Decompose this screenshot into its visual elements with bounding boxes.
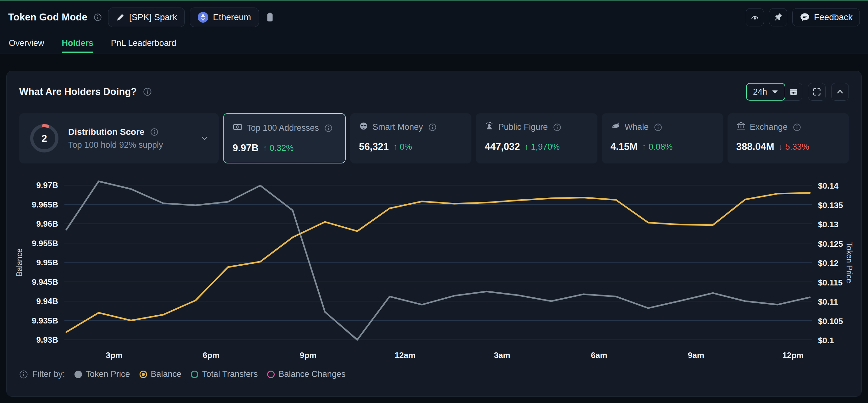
tabbar: OverviewHoldersPnL Leaderboard [0, 33, 868, 54]
legend-item-label: Total Transfers [202, 369, 258, 379]
stat-card-header: Exchange [736, 121, 840, 133]
app-header: Token God Mode [SPK] Spark Ethereum Feed… [0, 0, 868, 33]
public-figure-icon [485, 121, 494, 133]
stat-card-info[interactable] [653, 123, 663, 131]
x-axis-tick: 6am [591, 350, 607, 360]
banknote-icon [232, 122, 243, 132]
fullscreen-button[interactable] [808, 83, 826, 101]
stat-card-exchange[interactable]: Exchange388.04M↓ 5.33% [727, 113, 849, 163]
smart-money-icon [359, 121, 368, 131]
info-icon [94, 13, 102, 21]
distribution-score-card[interactable]: 2 Distribution Score Top 100 hold 92% su… [19, 113, 219, 163]
token-selector-pill[interactable]: [SPK] Spark [108, 7, 185, 27]
calendar-icon [789, 87, 798, 96]
holders-activity-panel: What Are Holders Doing? 24h [6, 71, 862, 397]
stat-card-header: Top 100 Addresses [232, 122, 336, 134]
chain-selector-pill[interactable]: Ethereum [190, 7, 259, 27]
distribution-info[interactable] [149, 128, 160, 136]
tab-pnl-leaderboard[interactable]: PnL Leaderboard [111, 33, 176, 53]
timeframe-dropdown[interactable]: 24h [746, 83, 785, 101]
stat-card-public-figure[interactable]: Public Figure447,032↑ 1,970% [476, 113, 597, 163]
legend-swatch-dot [142, 373, 145, 376]
panel-title-info[interactable] [142, 87, 153, 96]
chat-icon [800, 12, 810, 23]
tab-overview[interactable]: Overview [9, 33, 44, 53]
smart-money-icon [359, 121, 368, 133]
stat-card-info[interactable] [427, 123, 438, 131]
x-axis-tick: 12am [395, 350, 416, 360]
watch-button[interactable] [746, 8, 764, 26]
stat-card-info[interactable] [792, 123, 802, 131]
info-icon [150, 128, 158, 136]
fullscreen-icon [812, 87, 822, 96]
collapse-panel-button[interactable] [831, 83, 849, 101]
whale-icon [611, 121, 621, 133]
stat-card-info[interactable] [552, 123, 562, 131]
stat-card-title: Whale [625, 122, 649, 132]
pin-button[interactable] [769, 8, 787, 26]
legend-item-balance-changes[interactable]: Balance Changes [267, 369, 345, 379]
distribution-score-title: Distribution Score [68, 127, 145, 137]
feedback-button[interactable]: Feedback [792, 8, 860, 26]
stat-card-value: 9.97B [232, 143, 259, 154]
stat-card-change: ↑ 0.08% [642, 142, 673, 152]
stat-card-value-row: 447,032↑ 1,970% [485, 141, 588, 152]
legend-item-label: Token Price [86, 369, 130, 379]
x-axis-tick: 3am [494, 350, 510, 360]
stat-card-change: ↑ 0% [393, 142, 412, 152]
distribution-score-value: 2 [29, 123, 60, 154]
x-axis-tick: 12pm [782, 350, 804, 360]
page-title-info-icon[interactable] [92, 13, 103, 21]
distribution-gauge: 2 [29, 123, 60, 154]
stat-card-value: 56,321 [359, 141, 389, 152]
legend-item-label: Balance Changes [278, 369, 345, 379]
x-axis-tick: 3pm [106, 350, 123, 360]
banknote-icon [232, 122, 243, 134]
stat-card-change: ↑ 0.32% [263, 143, 294, 153]
exchange-icon [736, 121, 746, 131]
copy-address-button[interactable] [264, 12, 276, 23]
stat-card-smart-money[interactable]: Smart Money56,321↑ 0% [350, 113, 471, 163]
stat-card-value: 447,032 [485, 141, 520, 152]
info-icon [324, 124, 333, 132]
stat-card-value: 4.15M [611, 141, 638, 152]
timeframe-control: 24h [746, 83, 802, 101]
stat-card-value-row: 9.97B↑ 0.32% [232, 143, 336, 154]
info-icon [793, 123, 801, 131]
timeframe-value: 24h [753, 87, 767, 97]
legend-swatch-total-transfers [191, 371, 198, 378]
stat-card-top-100-addresses[interactable]: Top 100 Addresses9.97B↑ 0.32% [223, 113, 346, 163]
chain-pill-label: Ethereum [213, 12, 251, 22]
x-axis-tick: 9am [688, 350, 704, 360]
legend-item-balance[interactable]: Balance [140, 369, 182, 379]
whale-icon [611, 121, 621, 131]
chart-legend: Filter by: Token PriceBalanceTotal Trans… [19, 369, 849, 379]
pencil-icon [116, 13, 125, 22]
stat-card-title: Top 100 Addresses [247, 123, 319, 133]
legend-item-total-transfers[interactable]: Total Transfers [191, 369, 258, 379]
copy-icon [265, 12, 275, 23]
feedback-label: Feedback [814, 12, 852, 22]
stat-card-value-row: 4.15M↑ 0.08% [611, 141, 714, 152]
legend-swatch-balance [140, 371, 147, 378]
stat-card-info[interactable] [323, 124, 334, 132]
legend-item-token-price[interactable]: Token Price [74, 369, 130, 379]
public-figure-icon [485, 121, 494, 131]
chevron-down-icon[interactable] [200, 133, 209, 143]
holders-chart: Balance Token Price 9.97B$0.149.965B$0.1… [19, 177, 849, 358]
stat-card-value: 388.04M [736, 141, 774, 152]
caret-down-icon [772, 90, 778, 94]
legend-swatch-token-price [74, 371, 82, 378]
legend-item-label: Balance [151, 369, 182, 379]
legend-swatch-balance-changes [267, 371, 275, 378]
stat-card-whale[interactable]: Whale4.15M↑ 0.08% [602, 113, 723, 163]
stat-card-title: Exchange [750, 122, 787, 132]
tab-holders[interactable]: Holders [62, 33, 94, 53]
x-axis-tick: 9pm [300, 350, 316, 360]
token-pill-label: [SPK] Spark [129, 12, 177, 22]
stat-cards-row: 2 Distribution Score Top 100 hold 92% su… [19, 113, 849, 163]
stat-card-header: Whale [611, 121, 714, 133]
pin-icon [773, 12, 783, 22]
panel-header: What Are Holders Doing? 24h [19, 83, 849, 101]
stat-card-value-row: 56,321↑ 0% [359, 141, 463, 152]
